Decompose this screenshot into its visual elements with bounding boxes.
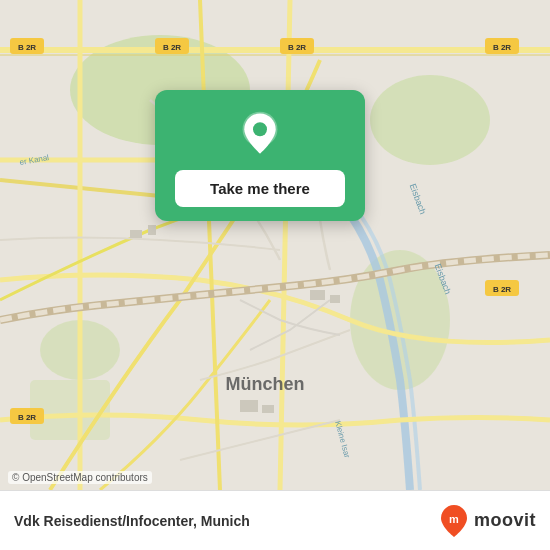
moovit-pin-icon: m: [440, 504, 468, 538]
svg-text:B 2R: B 2R: [288, 43, 306, 52]
svg-point-37: [253, 122, 267, 136]
svg-rect-30: [130, 230, 142, 238]
svg-text:B 2R: B 2R: [493, 43, 511, 52]
svg-text:B 2R: B 2R: [18, 43, 36, 52]
svg-text:B 2R: B 2R: [18, 413, 36, 422]
bottom-bar: Vdk Reisedienst/Infocenter, Munich m moo…: [0, 490, 550, 550]
moovit-text: moovit: [474, 510, 536, 531]
svg-text:B 2R: B 2R: [163, 43, 181, 52]
map-attribution: © OpenStreetMap contributors: [8, 471, 152, 484]
svg-rect-35: [262, 405, 274, 413]
svg-point-2: [370, 75, 490, 165]
popup-card: Take me there: [155, 90, 365, 221]
svg-rect-31: [148, 225, 156, 235]
svg-rect-32: [310, 290, 325, 300]
svg-text:B 2R: B 2R: [493, 285, 511, 294]
location-pin-icon: [236, 110, 284, 158]
svg-rect-34: [240, 400, 258, 412]
svg-rect-33: [330, 295, 340, 303]
svg-text:m: m: [449, 513, 459, 525]
svg-text:München: München: [226, 374, 305, 394]
place-name: Vdk Reisedienst/Infocenter, Munich: [14, 513, 250, 529]
moovit-logo: m moovit: [440, 504, 536, 538]
map-background: B 2R B 2R B 2R B 2R B 2R B 2R München Ei…: [0, 0, 550, 490]
take-me-there-button[interactable]: Take me there: [175, 170, 345, 207]
map-container: B 2R B 2R B 2R B 2R B 2R B 2R München Ei…: [0, 0, 550, 490]
